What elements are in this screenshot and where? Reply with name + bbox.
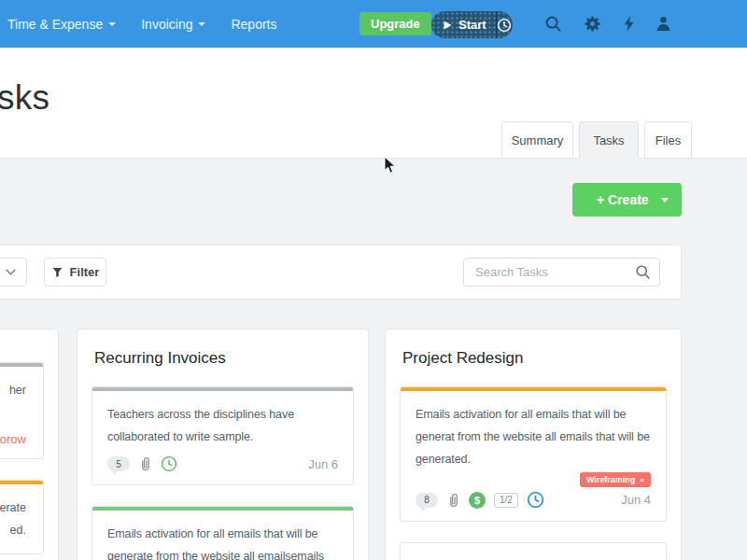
tab-summary[interactable]: Summary: [501, 121, 573, 159]
chevron-down-icon: [198, 22, 205, 26]
tag-label: Wireframing: [586, 475, 635, 484]
card-text: her: [0, 379, 28, 401]
clock-icon: [497, 18, 512, 33]
tab-tasks[interactable]: Tasks: [579, 121, 639, 159]
card-text: Emails activation for all emails that wi…: [416, 403, 651, 470]
filter-button[interactable]: Filter: [44, 258, 106, 287]
view-dropdown-button[interactable]: [0, 258, 27, 287]
upgrade-button[interactable]: Upgrade: [359, 12, 431, 35]
subtask-progress-badge: 1/2: [494, 493, 518, 508]
task-card[interactable]: Emails activation for all emails that wi…: [400, 386, 667, 522]
card-text: ed.: [0, 519, 28, 541]
top-nav: Time & Expense Invoicing Reports Upgrade…: [0, 0, 747, 48]
search-icon[interactable]: [635, 264, 651, 280]
board-column: her orow erate ed.: [0, 329, 59, 560]
board-column-recurring-invoices: Recurring Invoices Teachers across the d…: [77, 329, 369, 560]
tab-files[interactable]: Files: [644, 121, 692, 159]
nav-item-label: Time & Expense: [7, 17, 103, 32]
due-date: Jun 4: [621, 493, 651, 507]
paperclip-icon: [446, 492, 460, 509]
label-tag-wireframing[interactable]: Wireframing ×: [580, 472, 651, 487]
nav-item-time-expense[interactable]: Time & Expense: [7, 17, 116, 32]
lightning-icon[interactable]: [621, 15, 639, 33]
card-text: Teachers across the disciplines have col…: [107, 403, 338, 448]
chevron-down-icon[interactable]: [661, 198, 669, 203]
start-timer-button[interactable]: Start: [431, 11, 513, 38]
nav-item-invoicing[interactable]: Invoicing: [141, 17, 205, 32]
card-text: Emails activation for all emails that wi…: [107, 523, 338, 560]
mouse-cursor: [384, 156, 397, 175]
search-icon[interactable]: [544, 15, 562, 33]
search-tasks: [463, 258, 660, 287]
nav-item-label: Reports: [231, 17, 276, 32]
column-title: Project Redesign: [400, 346, 667, 371]
search-tasks-input[interactable]: [463, 258, 660, 287]
column-title: Recurring Invoices: [92, 346, 354, 371]
nav-item-reports[interactable]: Reports: [231, 17, 276, 32]
timer-icon-green[interactable]: [161, 455, 177, 472]
due-date: Jun 6: [308, 457, 338, 471]
start-timer-main[interactable]: Start: [431, 11, 496, 38]
timer-icon-blue[interactable]: [527, 491, 544, 509]
task-card[interactable]: Teachers across the disciplines have col…: [92, 386, 354, 485]
task-card[interactable]: erate ed.: [0, 480, 44, 554]
paperclip-icon: [138, 455, 152, 472]
task-card[interactable]: Emails activation for all emails that wi…: [400, 542, 667, 560]
card-text: erate: [0, 497, 28, 519]
task-card[interactable]: Emails activation for all emails that wi…: [92, 506, 354, 560]
filter-toolbar: Filter: [0, 245, 682, 300]
start-label: Start: [458, 18, 486, 32]
remove-tag-icon[interactable]: ×: [640, 476, 644, 484]
comment-count-badge[interactable]: 5: [107, 456, 130, 471]
chevron-down-icon: [108, 22, 116, 26]
play-icon: [444, 21, 452, 30]
create-label: + Create: [597, 192, 649, 207]
billable-icon[interactable]: $: [469, 492, 486, 509]
nav-menu: Time & Expense Invoicing Reports: [7, 0, 277, 48]
content-area: + Create Filter her: [0, 159, 747, 560]
board-column-project-redesign: Project Redesign Emails activation for a…: [385, 329, 682, 560]
nav-item-label: Invoicing: [141, 17, 192, 32]
task-card[interactable]: her orow: [0, 362, 44, 459]
comment-count-badge[interactable]: 8: [416, 493, 438, 508]
due-date: orow: [0, 432, 28, 446]
funnel-icon: [51, 266, 63, 278]
page-title: sks: [0, 78, 49, 118]
user-icon[interactable]: [655, 15, 672, 33]
tab-bar: Summary Tasks Files: [0, 121, 747, 159]
filter-label: Filter: [70, 265, 100, 279]
timer-history-button[interactable]: [496, 11, 513, 38]
chevron-down-icon: [6, 269, 16, 275]
gear-icon[interactable]: [584, 15, 601, 33]
create-button[interactable]: + Create: [572, 183, 682, 217]
